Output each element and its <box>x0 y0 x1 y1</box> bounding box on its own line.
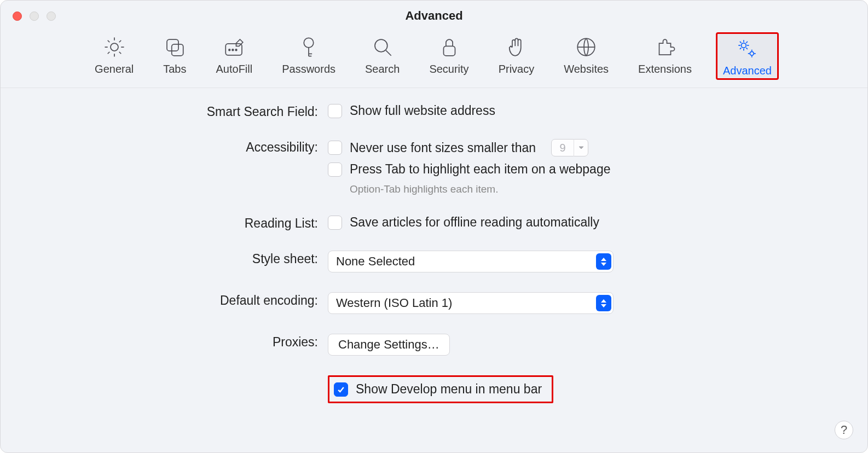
help-button[interactable]: ? <box>835 421 853 439</box>
preferences-toolbar: General Tabs AutoFill Passwords Search S… <box>1 31 867 88</box>
tab-label: Advanced <box>723 65 772 77</box>
default-encoding-row: Default encoding: Western (ISO Latin 1) <box>22 292 846 314</box>
accessibility-row: Accessibility: Never use font sizes smal… <box>22 139 846 195</box>
close-window-button[interactable] <box>13 11 22 21</box>
never-smaller-label: Never use font sizes smaller than <box>350 141 536 155</box>
style-sheet-dropdown[interactable]: None Selected <box>328 251 614 272</box>
reading-list-row: Reading List: Save articles for offline … <box>22 215 846 231</box>
develop-highlight-box: Show Develop menu in menu bar <box>328 375 553 403</box>
show-full-address-label: Show full website address <box>350 103 495 118</box>
tab-passwords[interactable]: Passwords <box>276 32 341 80</box>
default-encoding-dropdown[interactable]: Western (ISO Latin 1) <box>328 292 614 314</box>
svg-point-11 <box>742 43 747 48</box>
style-sheet-label: Style sheet: <box>22 251 318 266</box>
proxies-row: Proxies: Change Settings… <box>22 334 846 356</box>
svg-point-0 <box>111 43 118 51</box>
tab-label: AutoFill <box>216 63 252 76</box>
search-icon <box>371 36 394 61</box>
save-offline-checkbox[interactable] <box>328 216 342 230</box>
svg-point-7 <box>304 38 314 48</box>
press-tab-label: Press Tab to highlight each item on a we… <box>350 162 611 177</box>
tab-extensions[interactable]: Extensions <box>633 32 697 80</box>
key-icon <box>297 36 320 61</box>
default-encoding-value: Western (ISO Latin 1) <box>336 296 452 310</box>
svg-point-12 <box>750 51 754 55</box>
change-settings-label: Change Settings… <box>338 338 439 352</box>
tab-search[interactable]: Search <box>360 32 405 80</box>
reading-list-label: Reading List: <box>22 215 318 231</box>
tab-label: Websites <box>564 63 609 76</box>
smart-search-row: Smart Search Field: Show full website ad… <box>22 103 846 119</box>
tab-label: Extensions <box>638 63 692 76</box>
tab-label: General <box>95 63 134 76</box>
smart-search-label: Smart Search Field: <box>22 103 318 119</box>
tab-label: Tabs <box>163 63 186 76</box>
never-smaller-checkbox[interactable] <box>328 141 342 155</box>
tab-label: Privacy <box>499 63 535 76</box>
tab-label: Search <box>365 63 400 76</box>
svg-point-8 <box>375 39 387 52</box>
tab-security[interactable]: Security <box>424 32 474 80</box>
show-develop-checkbox[interactable] <box>334 382 348 397</box>
change-settings-button[interactable]: Change Settings… <box>328 334 450 356</box>
hand-icon <box>505 36 528 61</box>
svg-point-6 <box>235 49 237 51</box>
tab-advanced[interactable]: Advanced <box>716 32 779 80</box>
tab-general[interactable]: General <box>89 32 139 80</box>
titlebar: Advanced <box>1 1 867 31</box>
chevron-down-icon[interactable] <box>574 139 588 156</box>
advanced-pane: Smart Search Field: Show full website ad… <box>1 88 867 452</box>
tab-label: Passwords <box>282 63 335 76</box>
show-full-address-checkbox[interactable] <box>328 104 342 118</box>
svg-point-5 <box>232 49 234 51</box>
show-develop-label: Show Develop menu in menu bar <box>356 382 542 397</box>
window-title: Advanced <box>405 9 462 23</box>
help-label: ? <box>841 423 847 437</box>
default-encoding-label: Default encoding: <box>22 292 318 308</box>
preferences-window: Advanced General Tabs AutoFill Passwords… <box>0 0 868 453</box>
proxies-label: Proxies: <box>22 334 318 350</box>
gears-icon <box>736 37 759 62</box>
tab-label: Security <box>429 63 468 76</box>
puzzle-icon <box>653 36 676 61</box>
updown-arrows-icon <box>596 295 611 311</box>
tabs-icon <box>163 36 186 61</box>
style-sheet-row: Style sheet: None Selected <box>22 251 846 272</box>
traffic-lights <box>13 11 56 21</box>
develop-row: Show Develop menu in menu bar <box>22 375 846 403</box>
accessibility-label: Accessibility: <box>22 139 318 155</box>
option-tab-hint: Option-Tab highlights each item. <box>350 183 611 195</box>
save-offline-label: Save articles for offline reading automa… <box>350 215 599 230</box>
globe-icon <box>575 36 598 61</box>
tab-websites[interactable]: Websites <box>558 32 614 80</box>
updown-arrows-icon <box>596 253 611 270</box>
tab-autofill[interactable]: AutoFill <box>210 32 258 80</box>
lock-icon <box>438 36 461 61</box>
svg-rect-9 <box>443 46 455 56</box>
style-sheet-value: None Selected <box>336 254 415 269</box>
min-font-size-value: 9 <box>552 142 574 154</box>
pencil-box-icon <box>223 36 246 61</box>
minimize-window-button[interactable] <box>30 11 39 21</box>
zoom-window-button[interactable] <box>47 11 56 21</box>
press-tab-checkbox[interactable] <box>328 162 342 177</box>
tab-privacy[interactable]: Privacy <box>493 32 540 80</box>
tab-tabs[interactable]: Tabs <box>158 32 192 80</box>
svg-point-4 <box>229 49 230 51</box>
gear-icon <box>103 36 126 61</box>
min-font-size-stepper[interactable]: 9 <box>551 139 588 156</box>
